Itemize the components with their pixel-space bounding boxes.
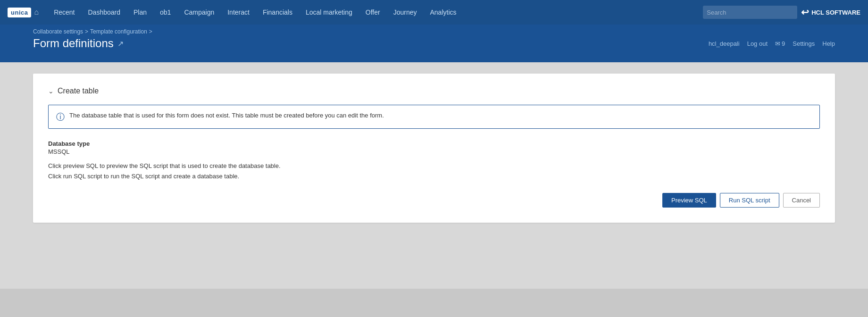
logout-button[interactable]: Log out bbox=[747, 40, 768, 47]
nav-item-offer[interactable]: Offer bbox=[359, 0, 387, 25]
home-icon[interactable]: ⌂ bbox=[34, 8, 39, 17]
run-sql-button[interactable]: Run SQL script bbox=[720, 193, 779, 208]
content-card: ⌄ Create table ⓘ The database table that… bbox=[33, 74, 835, 223]
page-title: Form definitions bbox=[33, 37, 114, 50]
nav-item-recent[interactable]: Recent bbox=[47, 0, 81, 25]
nav-item-local-marketing[interactable]: Local marketing bbox=[299, 0, 359, 25]
section-title: Create table bbox=[58, 87, 99, 95]
main-bg: ⌄ Create table ⓘ The database table that… bbox=[0, 62, 868, 289]
nav-item-interact[interactable]: Interact bbox=[221, 0, 256, 25]
search-input[interactable] bbox=[703, 6, 797, 19]
settings-link[interactable]: Settings bbox=[793, 40, 815, 47]
nav-item-plan[interactable]: Plan bbox=[127, 0, 153, 25]
page-title-row: Form definitions ↗ hcl_deepali Log out ✉… bbox=[33, 37, 835, 50]
nav-item-ob1[interactable]: ob1 bbox=[153, 0, 177, 25]
info-icon: ⓘ bbox=[56, 111, 65, 123]
nav-item-dashboard[interactable]: Dashboard bbox=[82, 0, 127, 25]
nav-items: RecentDashboardPlanob1CampaignInteractFi… bbox=[47, 0, 703, 25]
help-link[interactable]: Help bbox=[822, 40, 835, 47]
hcl-logo: ↩ HCL SOFTWARE bbox=[801, 7, 860, 18]
instructions: Click preview SQL to preview the SQL scr… bbox=[48, 161, 820, 182]
header-user-actions: hcl_deepali Log out ✉ 9 Settings Help bbox=[709, 40, 835, 47]
collapse-icon[interactable]: ⌄ bbox=[48, 87, 54, 95]
mail-icon: ✉ bbox=[775, 40, 780, 47]
info-message: The database table that is used for this… bbox=[69, 111, 384, 120]
section-header: ⌄ Create table bbox=[48, 87, 820, 95]
cancel-button[interactable]: Cancel bbox=[783, 193, 820, 208]
mail-badge[interactable]: ✉ 9 bbox=[775, 40, 785, 47]
unica-logo: unica bbox=[8, 8, 31, 17]
navbar-right: ↩ HCL SOFTWARE bbox=[703, 6, 860, 19]
breadcrumb-separator: > bbox=[149, 28, 152, 35]
page-title-group: Form definitions ↗ bbox=[33, 37, 124, 50]
preview-sql-button[interactable]: Preview SQL bbox=[662, 193, 716, 208]
db-type-value: MSSQL bbox=[48, 148, 820, 155]
nav-item-financials[interactable]: Financials bbox=[256, 0, 299, 25]
navbar: unica ⌂ RecentDashboardPlanob1CampaignIn… bbox=[0, 0, 868, 25]
mail-count: 9 bbox=[782, 40, 785, 47]
breadcrumb-item-0[interactable]: Collaborate settings bbox=[33, 28, 83, 35]
breadcrumb-separator: > bbox=[85, 28, 88, 35]
sub-header: Collaborate settings > Template configur… bbox=[0, 25, 868, 62]
nav-item-journey[interactable]: Journey bbox=[387, 0, 424, 25]
nav-item-analytics[interactable]: Analytics bbox=[423, 0, 463, 25]
hcl-label: HCL SOFTWARE bbox=[811, 9, 860, 16]
nav-item-campaign[interactable]: Campaign bbox=[177, 0, 221, 25]
logo-area: unica ⌂ bbox=[8, 8, 42, 17]
db-type-label: Database type bbox=[48, 140, 820, 147]
buttons-row: Preview SQL Run SQL script Cancel bbox=[48, 193, 820, 208]
info-box: ⓘ The database table that is used for th… bbox=[48, 105, 820, 129]
breadcrumb: Collaborate settings > Template configur… bbox=[33, 28, 835, 35]
username: hcl_deepali bbox=[709, 40, 740, 47]
hcl-arrow-icon: ↩ bbox=[801, 7, 809, 18]
instruction-line-2: Click run SQL script to run the SQL scri… bbox=[48, 171, 820, 182]
external-link-icon[interactable]: ↗ bbox=[117, 39, 124, 48]
instruction-line-1: Click preview SQL to preview the SQL scr… bbox=[48, 161, 820, 171]
breadcrumb-item-1[interactable]: Template configuration bbox=[90, 28, 147, 35]
